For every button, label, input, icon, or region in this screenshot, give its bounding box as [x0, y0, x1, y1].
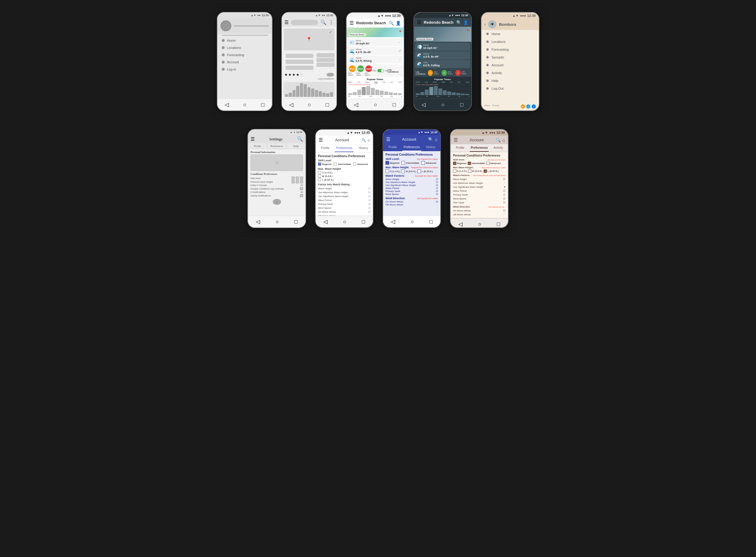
menu-icon[interactable]: ☰ [319, 137, 323, 143]
privacy-link[interactable]: Privacy [492, 105, 499, 109]
checkbox-l[interactable] [300, 180, 303, 183]
home-button[interactable]: ○ [308, 102, 311, 108]
checkbox-l[interactable] [417, 170, 421, 173]
log-conditions-btn[interactable]: Log Conditions [416, 71, 428, 75]
search-icon[interactable]: 🔍 [496, 138, 501, 143]
skill-advanced[interactable]: Advanced [353, 163, 368, 166]
back-button[interactable]: ◁ [256, 218, 260, 225]
about-link[interactable]: About [485, 105, 490, 109]
checkbox-safety[interactable] [300, 194, 303, 197]
home-icon[interactable]: ⌂ [435, 137, 437, 142]
recents-button[interactable]: □ [362, 219, 365, 225]
log-toggle[interactable] [377, 69, 384, 72]
checkbox-advanced[interactable] [486, 162, 490, 165]
recents-button[interactable]: □ [429, 219, 433, 225]
favorite-icon[interactable]: ♥ [466, 28, 469, 32]
skill-beginner[interactable]: ✓ Beginner [385, 161, 400, 165]
home-button[interactable]: ○ [478, 221, 482, 227]
menu-icon[interactable]: ☰ [251, 136, 255, 142]
recents-button[interactable]: □ [497, 221, 500, 227]
home-button[interactable]: ○ [276, 219, 279, 225]
tab-profile[interactable]: Profile [450, 144, 470, 152]
sidebar-menu-logout[interactable]: Log-Out [482, 85, 539, 92]
skill-intermediate[interactable]: Intermediate [333, 163, 351, 166]
back-button[interactable]: ◁ [289, 101, 293, 108]
back-button[interactable]: ◁ [391, 218, 395, 225]
sidebar-menu-activity[interactable]: Activity [482, 69, 539, 77]
wave-s[interactable]: S (1-4 ft.) [318, 171, 371, 174]
toggle-switch[interactable] [327, 73, 334, 77]
checkbox-advanced[interactable] [421, 161, 425, 165]
checkbox-m[interactable] [401, 170, 405, 173]
checkbox-s[interactable] [292, 180, 295, 183]
checkbox-advanced[interactable] [300, 177, 303, 180]
social-icon-twitter[interactable]: t [526, 105, 530, 109]
menu-icon[interactable]: ☰ [454, 137, 458, 143]
home-button[interactable]: ○ [343, 219, 347, 225]
favorite-icon[interactable]: ♥ [399, 29, 401, 33]
recents-button[interactable]: □ [294, 219, 298, 225]
log-conditions-label[interactable]: Log Conditions [387, 69, 402, 73]
tab-history[interactable]: History [354, 145, 373, 152]
sidebar-menu-account[interactable]: Account [482, 61, 539, 69]
search-bar[interactable] [291, 20, 318, 25]
menu-item-forecasting[interactable]: Forecasting [217, 51, 272, 58]
search-icon[interactable]: 🔍 [428, 137, 433, 142]
wave-l[interactable]: L (8-20' ft.) [318, 178, 371, 181]
checkbox-intermediate[interactable] [333, 163, 337, 166]
home-button[interactable]: ○ [441, 102, 445, 108]
wave-l[interactable]: L (8-20 ft.) [417, 170, 433, 173]
search-icon[interactable]: 🔍 [361, 138, 366, 142]
tab-preferences[interactable]: Preferences [402, 144, 421, 151]
skill-advanced[interactable]: Advanced [486, 162, 501, 165]
checkbox-s[interactable] [453, 170, 456, 173]
person-icon[interactable]: 👤 [463, 20, 468, 25]
person-icon[interactable]: 👤 [396, 21, 401, 26]
tab-preferences[interactable]: Preferences [267, 143, 287, 149]
recents-button[interactable]: □ [393, 102, 396, 108]
back-button[interactable]: ◁ [458, 221, 463, 227]
search-icon[interactable]: 🔍 [297, 136, 303, 142]
checkbox-s[interactable] [318, 171, 321, 174]
checkbox-beginner[interactable]: ✓ [453, 162, 456, 165]
checkbox-l[interactable]: ✓ [484, 170, 487, 173]
checkbox-l[interactable] [318, 178, 321, 181]
tab-preferences[interactable]: Preferences [335, 145, 354, 152]
sidebar-menu-synoptic[interactable]: Synoptic [482, 53, 539, 61]
search-icon[interactable]: 🔍 [456, 20, 461, 25]
recents-button[interactable]: □ [460, 102, 464, 108]
tab-profile[interactable]: Profile [316, 145, 335, 152]
wave-m[interactable]: M (5-6 ft.) [468, 170, 483, 173]
checkbox-m[interactable] [468, 170, 471, 173]
checkbox-beginner[interactable] [292, 177, 295, 180]
wave-s[interactable]: S (1-4 ft.) [453, 170, 467, 173]
menu-icon[interactable]: ☰ [386, 137, 390, 142]
checkbox-intermediate[interactable] [296, 177, 299, 180]
checkbox-reminder[interactable] [300, 187, 303, 190]
checkbox-s[interactable] [385, 170, 389, 173]
checkbox-beginner[interactable]: ✓ [318, 163, 321, 166]
checkbox-m[interactable] [318, 175, 321, 178]
sidebar-menu-home[interactable]: Home [482, 30, 539, 38]
recents-button[interactable]: □ [261, 102, 264, 108]
tab-profile[interactable]: Profile [248, 143, 267, 149]
more-icon[interactable]: ⋮ [329, 20, 333, 25]
tab-activity[interactable]: Activity [489, 144, 508, 152]
tab-profile[interactable]: Profile [383, 144, 402, 151]
skill-intermediate[interactable]: Intermediate [401, 161, 419, 165]
home-button[interactable]: ○ [243, 102, 246, 108]
menu-item-account[interactable]: Account [217, 58, 272, 66]
home-button[interactable]: ○ [411, 219, 414, 225]
tab-help[interactable]: Help [287, 143, 306, 149]
sidebar-menu-forecasting[interactable]: Forecasting [482, 46, 539, 53]
social-icon-facebook[interactable]: f [532, 105, 536, 109]
recents-button[interactable]: □ [325, 102, 329, 108]
menu-icon[interactable]: ☰ [349, 20, 354, 26]
menu-item-login[interactable]: Log-in [217, 66, 272, 73]
back-button[interactable]: ◁ [354, 101, 358, 108]
checkbox-advanced[interactable] [353, 163, 356, 166]
checkbox-m[interactable] [296, 180, 299, 183]
home-icon[interactable]: ⌂ [502, 138, 505, 143]
back-button[interactable]: ◁ [225, 101, 229, 108]
menu-icon[interactable]: ☰ [417, 20, 421, 25]
